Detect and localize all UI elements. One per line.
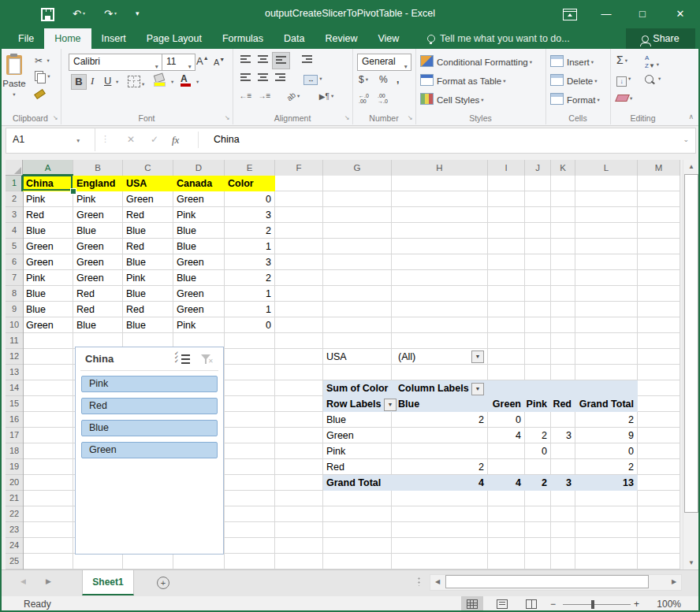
new-sheet-button[interactable]: + xyxy=(157,577,169,589)
cell-C8[interactable]: Blue xyxy=(126,286,169,302)
cell-B7[interactable]: Green xyxy=(76,270,119,286)
row-header-25[interactable]: 25 xyxy=(6,554,23,569)
vertical-scrollbar[interactable]: ▲ ▼ xyxy=(683,160,699,569)
slicer-china[interactable]: China ✕ PinkRedBlueGreen xyxy=(75,347,224,555)
cell-E1[interactable]: Color xyxy=(228,176,274,191)
row-header-4[interactable]: 4 xyxy=(6,223,23,239)
zoom-slider-track[interactable] xyxy=(563,604,631,605)
cell-B1[interactable]: England xyxy=(76,176,121,191)
sheet-tab-sheet1[interactable]: Sheet1 xyxy=(82,570,134,595)
cell-A3[interactable]: Red xyxy=(26,207,69,223)
pivot-value[interactable]: 3 xyxy=(551,428,572,443)
slicer-clear-filter-icon[interactable]: ✕ xyxy=(199,354,214,366)
cell-C7[interactable]: Pink xyxy=(126,270,169,286)
scroll-down-icon[interactable]: ▼ xyxy=(683,556,699,569)
pivot-value[interactable]: 2 xyxy=(525,475,547,491)
column-header-M[interactable]: M xyxy=(638,160,680,176)
row-header-19[interactable]: 19 xyxy=(6,459,23,475)
cell-D8[interactable]: Green xyxy=(177,286,221,302)
pivot-value[interactable]: 2 xyxy=(575,412,634,428)
zoom-level[interactable]: 100% xyxy=(653,596,681,612)
scroll-left-icon[interactable]: ◀ xyxy=(431,575,444,588)
row-header-14[interactable]: 14 xyxy=(6,380,23,396)
row-header-5[interactable]: 5 xyxy=(6,239,23,254)
fill-handle[interactable] xyxy=(70,188,76,195)
pivot-value[interactable]: 0 xyxy=(575,443,634,459)
scrollbar-resize-handle[interactable] xyxy=(418,577,420,586)
cell-C5[interactable]: Red xyxy=(126,239,169,254)
cell-B2[interactable]: Pink xyxy=(76,191,119,207)
row-header-8[interactable]: 8 xyxy=(6,286,23,302)
row-header-2[interactable]: 2 xyxy=(6,191,23,207)
pivot-rowhdr-blue[interactable]: Blue xyxy=(326,412,346,428)
row-header-20[interactable]: 20 xyxy=(6,475,23,491)
cell-A8[interactable]: Blue xyxy=(26,286,69,302)
column-header-C[interactable]: C xyxy=(123,160,173,176)
pivot-rowhdr-grand-total[interactable]: Grand Total xyxy=(326,475,381,491)
pivot-rowhdr-red[interactable]: Red xyxy=(326,459,344,475)
cell-D2[interactable]: Green xyxy=(177,191,221,207)
column-header-B[interactable]: B xyxy=(73,160,123,176)
row-header-24[interactable]: 24 xyxy=(6,538,23,554)
column-header-L[interactable]: L xyxy=(575,160,638,176)
cell-E10[interactable]: 0 xyxy=(228,317,271,333)
row-header-13[interactable]: 13 xyxy=(6,365,23,380)
column-header-F[interactable]: F xyxy=(275,160,323,176)
page-break-view-button[interactable] xyxy=(520,596,542,612)
pivot-colhdr-red[interactable]: Red xyxy=(551,396,572,412)
row-header-1[interactable]: 1 xyxy=(6,176,23,191)
tab-nav-left-icon[interactable]: ◀ xyxy=(20,577,26,585)
slicer-item-green[interactable]: Green xyxy=(81,442,218,458)
select-all-button[interactable] xyxy=(6,160,23,176)
row-header-12[interactable]: 12 xyxy=(6,349,23,365)
page-layout-view-button[interactable] xyxy=(491,596,513,612)
cell-B3[interactable]: Green xyxy=(76,207,119,223)
horizontal-scroll-thumb[interactable] xyxy=(445,575,649,588)
scroll-right-icon[interactable]: ▶ xyxy=(668,575,680,588)
cell-E8[interactable]: 1 xyxy=(228,286,271,302)
vertical-scroll-thumb[interactable] xyxy=(684,174,698,513)
cell-A6[interactable]: Green xyxy=(26,254,69,270)
cell-D7[interactable]: Blue xyxy=(177,270,221,286)
row-header-22[interactable]: 22 xyxy=(6,506,23,522)
cell-C2[interactable]: Green xyxy=(126,191,169,207)
cell-E2[interactable]: 0 xyxy=(228,191,271,207)
pivot-values-label[interactable]: Sum of Color xyxy=(326,380,388,396)
zoom-in-button[interactable]: + xyxy=(634,596,639,612)
zoom-slider-thumb[interactable] xyxy=(591,600,594,609)
cell-E9[interactable]: 1 xyxy=(228,302,271,317)
cell-E7[interactable]: 2 xyxy=(228,270,271,286)
cell-D10[interactable]: Pink xyxy=(177,317,221,333)
cell-C1[interactable]: USA xyxy=(126,176,172,191)
pivot-colhdr-grand-total[interactable]: Grand Total xyxy=(575,396,634,412)
pivot-rowhdr-green[interactable]: Green xyxy=(326,428,354,443)
cell-A2[interactable]: Pink xyxy=(26,191,69,207)
cell-B4[interactable]: Blue xyxy=(76,223,119,239)
cell-D9[interactable]: Green xyxy=(177,302,221,317)
cell-C6[interactable]: Blue xyxy=(126,254,169,270)
zoom-out-button[interactable]: − xyxy=(550,596,556,612)
column-header-J[interactable]: J xyxy=(525,160,551,176)
pivot-colhdr-pink[interactable]: Pink xyxy=(525,396,547,412)
row-header-6[interactable]: 6 xyxy=(6,254,23,270)
pivot-value[interactable]: 4 xyxy=(488,428,521,443)
column-header-G[interactable]: G xyxy=(323,160,392,176)
pivot-filter-dropdown[interactable]: ▼ xyxy=(471,351,484,363)
pivot-row-labels[interactable]: Row Labels xyxy=(326,396,381,412)
pivot-column-labels[interactable]: Column Labels xyxy=(398,380,469,396)
pivot-value[interactable]: 0 xyxy=(488,412,521,428)
column-header-H[interactable]: H xyxy=(392,160,488,176)
row-header-15[interactable]: 15 xyxy=(6,396,23,412)
cell-A5[interactable]: Green xyxy=(26,239,69,254)
pivot-filter-value[interactable]: (All) xyxy=(398,349,415,365)
cell-A9[interactable]: Blue xyxy=(26,302,69,317)
row-header-23[interactable]: 23 xyxy=(6,522,23,538)
row-header-17[interactable]: 17 xyxy=(6,428,23,443)
cell-A4[interactable]: Blue xyxy=(26,223,69,239)
cell-B8[interactable]: Red xyxy=(76,286,119,302)
pivot-column-labels-dropdown[interactable]: ▼ xyxy=(471,383,484,395)
pivot-filter-field[interactable]: USA xyxy=(326,349,347,365)
pivot-value[interactable]: 4 xyxy=(392,475,484,491)
column-header-I[interactable]: I xyxy=(488,160,525,176)
row-header-18[interactable]: 18 xyxy=(6,443,23,459)
